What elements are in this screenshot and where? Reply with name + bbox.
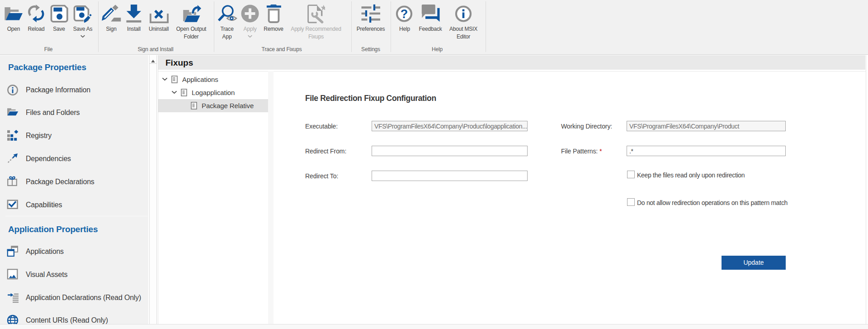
svg-text:?: ?	[401, 7, 408, 21]
